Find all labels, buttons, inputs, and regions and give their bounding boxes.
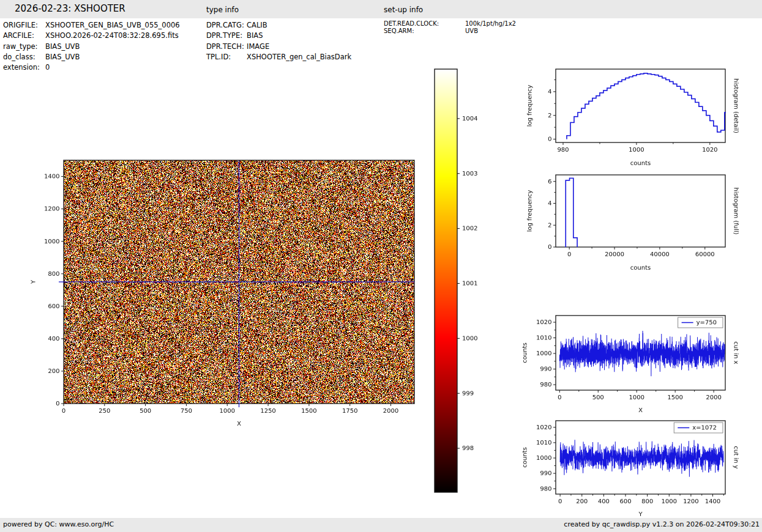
histogram-full-plot <box>517 164 747 280</box>
dpr-catg-label: DPR.CATG: <box>206 21 244 29</box>
doclass-label: do_class: <box>3 53 35 61</box>
extension-value: 0 <box>45 63 50 72</box>
colorbar <box>428 64 496 501</box>
qc-report-page: 2026-02-23: XSHOOTER type info set-up in… <box>0 0 762 532</box>
tpl-id-label: TPL.ID: <box>206 53 231 61</box>
dpr-tech-value: IMAGE <box>247 42 269 51</box>
seq-arm-label: SEQ.ARM: <box>384 28 414 34</box>
doclass-value: BIAS_UVB <box>45 53 80 61</box>
arcfile-value: XSHOO.2026-02-24T08:32:28.695.fits <box>45 31 179 40</box>
footer-right-text: created by qc_rawdisp.py v1.2.3 on 2026-… <box>564 520 760 528</box>
seq-arm-value: UVB <box>465 28 478 34</box>
setup-info-section-header: set-up info <box>384 6 423 14</box>
dpr-catg-value: CALIB <box>247 21 267 29</box>
footer-bar: powered by QC: www.eso.org/HC created by… <box>0 518 762 532</box>
page-title: 2026-02-23: XSHOOTER <box>15 3 125 14</box>
arcfile-label: ARCFILE: <box>3 31 34 40</box>
origfile-label: ORIGFILE: <box>3 21 38 29</box>
dpr-type-value: BIAS <box>247 31 263 40</box>
rawtype-value: BIAS_UVB <box>45 42 80 51</box>
cut-in-y-plot <box>517 410 747 527</box>
tpl-id-value: XSHOOTER_gen_cal_BiasDark <box>247 53 351 61</box>
cut-in-x-plot <box>517 305 747 421</box>
origfile-value: XSHOOTER_GEN_BIAS_UVB_055_0006 <box>45 21 180 29</box>
rawtype-label: raw_type: <box>3 42 38 51</box>
bias-image-heatmap <box>24 147 428 440</box>
type-info-section-header: type info <box>206 6 239 14</box>
histogram-detail-plot <box>517 59 747 175</box>
dpr-type-label: DPR.TYPE: <box>206 31 242 40</box>
det-read-clock-value: 100k/1pt/hg/1x2 <box>465 20 516 27</box>
footer-left-text: powered by QC: www.eso.org/HC <box>3 520 114 528</box>
det-read-clock-label: DET.READ.CLOCK: <box>384 20 439 27</box>
dpr-tech-label: DPR.TECH: <box>206 42 244 51</box>
extension-label: extension: <box>3 63 40 72</box>
header-bar: 2026-02-23: XSHOOTER type info set-up in… <box>0 0 762 18</box>
